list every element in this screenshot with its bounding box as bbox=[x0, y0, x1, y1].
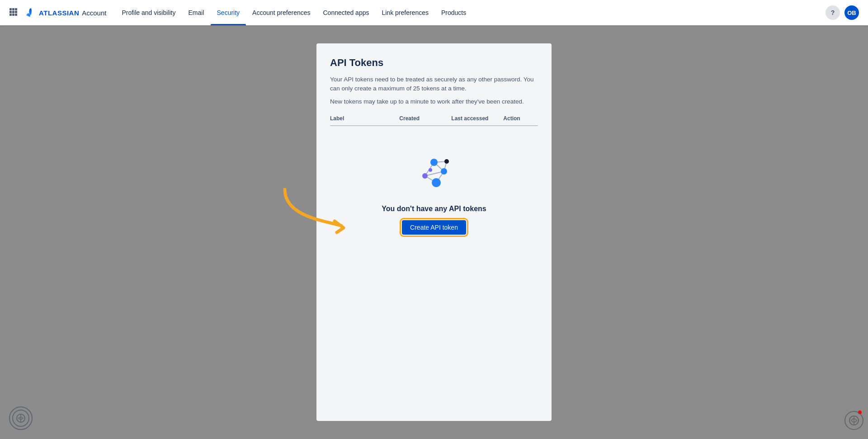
svg-rect-8 bbox=[15, 14, 17, 16]
svg-point-18 bbox=[444, 159, 449, 164]
table-col-created: Created bbox=[399, 115, 451, 122]
atlassian-account-text: Account bbox=[82, 9, 106, 17]
top-navigation: ATLASSIAN Account Profile and visibility… bbox=[0, 0, 868, 25]
arrow-annotation bbox=[271, 180, 362, 235]
empty-state-message: You don't have any API tokens bbox=[382, 205, 486, 213]
nav-item-link-preferences[interactable]: Link preferences bbox=[375, 0, 435, 25]
nav-menu: Profile and visibility Email Security Ac… bbox=[115, 0, 472, 25]
empty-state: You don't have any API tokens Create API… bbox=[330, 126, 538, 248]
nav-item-account-preferences[interactable]: Account preferences bbox=[246, 0, 316, 25]
nav-item-products[interactable]: Products bbox=[435, 0, 472, 25]
svg-rect-6 bbox=[9, 14, 12, 16]
api-tokens-panel: API Tokens Your API tokens need to be tr… bbox=[316, 43, 552, 421]
svg-point-21 bbox=[429, 168, 432, 172]
help-button[interactable]: ? bbox=[826, 5, 840, 20]
svg-rect-4 bbox=[12, 11, 14, 13]
table-col-action: Action bbox=[503, 115, 538, 122]
grid-icon[interactable] bbox=[9, 8, 17, 18]
atlassian-brand-text: ATLASSIAN bbox=[39, 9, 79, 17]
nav-item-connected-apps[interactable]: Connected apps bbox=[317, 0, 376, 25]
svg-rect-5 bbox=[15, 11, 17, 13]
table-col-label: Label bbox=[330, 115, 399, 122]
tokens-table-header: Label Created Last accessed Action bbox=[330, 115, 538, 126]
svg-point-17 bbox=[441, 168, 447, 175]
create-api-token-button[interactable]: Create API token bbox=[402, 220, 466, 235]
main-content-area: API Tokens Your API tokens need to be tr… bbox=[0, 25, 868, 439]
svg-rect-2 bbox=[15, 8, 17, 10]
svg-rect-3 bbox=[9, 11, 12, 13]
user-avatar[interactable]: OB bbox=[844, 5, 859, 20]
description-2: New tokens may take up to a minute to wo… bbox=[330, 97, 538, 106]
table-col-last-accessed: Last accessed bbox=[451, 115, 503, 122]
bottom-left-decoration bbox=[9, 406, 33, 430]
svg-rect-1 bbox=[12, 8, 14, 10]
empty-state-graphic bbox=[411, 149, 457, 196]
bottom-left-inner-circle bbox=[12, 410, 29, 427]
description-1: Your API tokens need to be treated as se… bbox=[330, 75, 538, 94]
svg-point-19 bbox=[422, 173, 428, 179]
nav-brand-area: ATLASSIAN Account bbox=[9, 6, 106, 19]
svg-point-16 bbox=[430, 159, 438, 166]
svg-rect-0 bbox=[9, 8, 12, 10]
svg-point-20 bbox=[432, 178, 441, 187]
nav-right-actions: ? OB bbox=[826, 5, 859, 20]
atlassian-logo[interactable]: ATLASSIAN Account bbox=[24, 6, 106, 19]
nav-item-email[interactable]: Email bbox=[182, 0, 211, 25]
page-title: API Tokens bbox=[330, 57, 538, 69]
svg-rect-7 bbox=[12, 14, 14, 16]
nav-item-profile[interactable]: Profile and visibility bbox=[115, 0, 182, 25]
nav-item-security[interactable]: Security bbox=[211, 0, 246, 25]
bottom-right-widget[interactable] bbox=[844, 411, 863, 430]
